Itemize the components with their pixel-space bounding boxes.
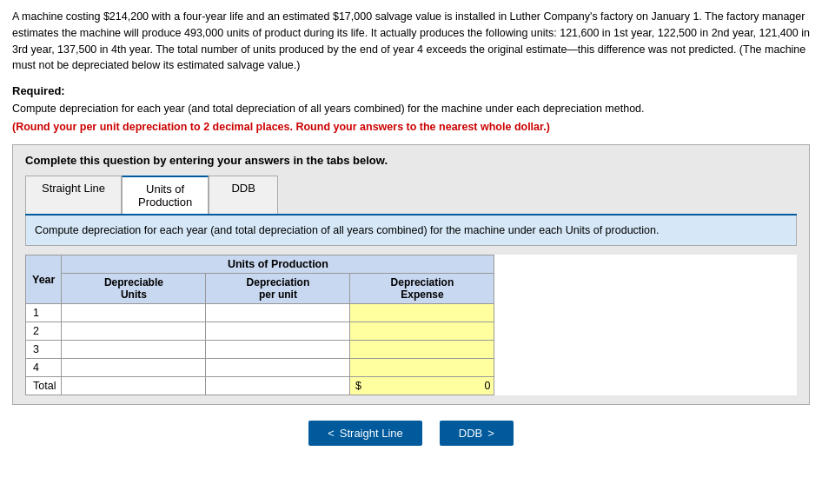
depreciable-4[interactable] bbox=[62, 359, 206, 377]
question-box: Complete this question by entering your … bbox=[12, 144, 810, 406]
tabs-row: Straight Line Units ofProduction DDB bbox=[25, 176, 797, 216]
group-header: Units of Production bbox=[62, 255, 494, 274]
col-expense-header: DepreciationExpense bbox=[350, 274, 494, 304]
tab-units-of-production[interactable]: Units ofProduction bbox=[122, 176, 209, 214]
depreciable-total[interactable] bbox=[62, 377, 206, 395]
year-4: 4 bbox=[26, 359, 62, 377]
question-box-title: Complete this question by entering your … bbox=[25, 154, 797, 167]
expense-1[interactable] bbox=[350, 304, 494, 322]
per-unit-2[interactable] bbox=[206, 322, 350, 341]
col-year-header: Year bbox=[26, 255, 62, 304]
expense-2[interactable] bbox=[350, 322, 494, 341]
table-row: 1 bbox=[26, 304, 494, 322]
depreciable-2[interactable] bbox=[62, 322, 206, 341]
year-1: 1 bbox=[26, 304, 62, 322]
prev-button[interactable]: Straight Line bbox=[308, 421, 422, 446]
year-total: Total bbox=[26, 377, 62, 395]
per-unit-4[interactable] bbox=[206, 359, 350, 377]
table-row: 2 bbox=[26, 322, 494, 341]
instruction2: (Round your per unit depreciation to 2 d… bbox=[12, 119, 810, 136]
problem-text: A machine costing $214,200 with a four-y… bbox=[12, 9, 810, 74]
tab-ddb[interactable]: DDB bbox=[209, 176, 278, 214]
next-button[interactable]: DDB bbox=[440, 421, 514, 446]
tab-straight-line[interactable]: Straight Line bbox=[25, 176, 122, 214]
table-row: 4 bbox=[26, 359, 494, 377]
year-3: 3 bbox=[26, 341, 62, 359]
expense-total-dollar: $ 0 bbox=[350, 377, 494, 395]
required-label: Required: bbox=[12, 84, 810, 97]
depreciable-3[interactable] bbox=[62, 341, 206, 359]
depreciation-table: Year Units of Production DepreciableUnit… bbox=[25, 255, 494, 395]
depreciable-1[interactable] bbox=[62, 304, 206, 322]
content-area: Compute depreciation for each year (and … bbox=[25, 216, 797, 247]
per-unit-1[interactable] bbox=[206, 304, 350, 322]
table-section: Year Units of Production DepreciableUnit… bbox=[25, 255, 797, 395]
table-row: 3 bbox=[26, 341, 494, 359]
year-2: 2 bbox=[26, 322, 62, 341]
table-row-total: Total $ 0 bbox=[26, 377, 494, 395]
nav-buttons: Straight Line DDB bbox=[12, 421, 810, 446]
expense-4[interactable] bbox=[350, 359, 494, 377]
col-per-unit-header: Depreciationper unit bbox=[206, 274, 350, 304]
required-section: Required: Compute depreciation for each … bbox=[12, 84, 810, 136]
expense-3[interactable] bbox=[350, 341, 494, 359]
per-unit-total-empty bbox=[206, 377, 350, 395]
instruction1: Compute depreciation for each year (and … bbox=[12, 101, 810, 117]
per-unit-3[interactable] bbox=[206, 341, 350, 359]
col-depreciable-header: DepreciableUnits bbox=[62, 274, 206, 304]
